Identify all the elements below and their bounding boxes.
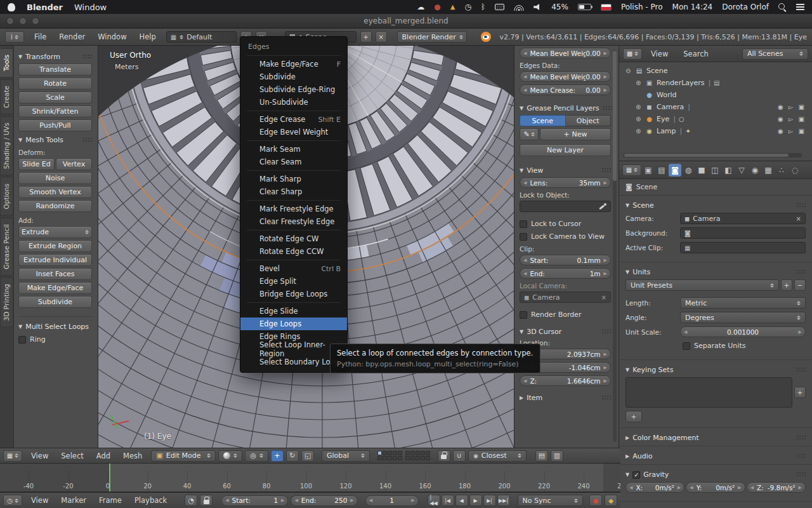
tool-button[interactable]: Randomize — [18, 200, 92, 212]
use-preview-range-button[interactable]: ◔ — [185, 495, 197, 506]
selectability-icon[interactable]: ▻ — [789, 128, 794, 135]
frame-start-field[interactable]: ◀Start:1▶ — [221, 495, 288, 506]
outliner-item-label[interactable]: Scene — [646, 67, 668, 75]
clip-end-field[interactable]: ◀End:1m▶ — [520, 268, 611, 279]
layer-cell[interactable] — [377, 451, 382, 455]
mean-crease-field[interactable]: ◀Mean Crease:0.00▶ — [520, 84, 611, 95]
properties-tab-texture[interactable]: ▦ — [762, 164, 775, 177]
battery-icon[interactable] — [578, 4, 591, 10]
layer-cell[interactable] — [416, 456, 420, 460]
expander-icon[interactable]: ⊕ — [636, 79, 645, 86]
keying-set-extra-button[interactable]: + — [625, 411, 642, 422]
outliner-row[interactable]: ⊕◉Lamp|✦◉▻▣ — [623, 125, 809, 137]
outliner-display-filter[interactable]: All Scenes — [742, 48, 808, 60]
outliner-scrollbar[interactable] — [623, 153, 802, 157]
add-keying-set-button[interactable]: + — [794, 387, 806, 398]
spotlight-search-icon[interactable] — [778, 3, 787, 11]
minimize-window-button[interactable] — [19, 17, 27, 25]
edges-menu-item[interactable]: Edge Slide — [240, 305, 347, 318]
tool-button[interactable]: Noise — [18, 172, 92, 184]
playback-button[interactable]: ▶| — [483, 495, 496, 506]
mean-bevel-weight-field[interactable]: ◀Mean Bevel Weig:0.00▶ — [520, 71, 611, 82]
keyboard-icon[interactable] — [495, 4, 504, 10]
playback-button[interactable]: |◀◀ — [428, 495, 440, 506]
layer-cell[interactable] — [393, 456, 397, 460]
selectability-icon[interactable]: ▻ — [789, 116, 794, 123]
expander-icon[interactable]: ⊕ — [636, 116, 645, 123]
edges-menu-item[interactable]: Edge Split — [240, 275, 347, 288]
unit-scale-field[interactable]: ◀0.001000▶ — [680, 326, 806, 337]
renderability-icon[interactable]: ▣ — [799, 116, 804, 123]
timeline-editor-type-button[interactable]: ◷ — [3, 495, 22, 506]
eyedropper-icon[interactable] — [598, 203, 606, 211]
apple-menu-icon[interactable] — [8, 3, 15, 11]
layer-cell[interactable] — [421, 456, 425, 460]
view-panel-header[interactable]: ▼View — [520, 166, 611, 175]
gp-new-layer-button[interactable]: New Layer — [520, 144, 611, 156]
outliner-row[interactable]: ⊕●Eye|○◉▻▣ — [623, 113, 809, 125]
bluetooth-icon[interactable]: ᛒ — [481, 3, 485, 11]
edges-menu-item[interactable]: Subdivide — [240, 70, 347, 83]
edges-menu-item[interactable]: Subdivide Edge-Ring — [240, 83, 347, 96]
input-source-label[interactable]: Polish - Pro — [621, 3, 663, 11]
lock-to-object-field[interactable] — [520, 201, 611, 212]
menu-item[interactable]: Select — [55, 450, 89, 462]
menu-item[interactable]: Help — [133, 30, 162, 43]
active-clip-selector[interactable]: ▦ — [680, 242, 806, 253]
outliner-item-label[interactable]: Camera — [657, 103, 684, 111]
snap-toggle-button[interactable]: ∪ — [453, 450, 466, 462]
layer-cell[interactable] — [410, 456, 415, 460]
layer-cell[interactable] — [388, 451, 392, 455]
screen-layout-selector[interactable]: ▦ Default — [166, 31, 237, 43]
menu-item[interactable]: Mesh — [117, 450, 148, 462]
properties-tab-physics[interactable]: ◌ — [789, 164, 801, 177]
layer-cell[interactable] — [393, 451, 397, 455]
tool-button[interactable]: Make Edge/Face — [18, 282, 92, 294]
keying-sets-list[interactable] — [625, 377, 792, 408]
ring-checkbox[interactable]: Ring — [18, 335, 92, 344]
mode-selector[interactable]: ▣ Edit Mode — [151, 450, 216, 462]
layer-cell[interactable] — [383, 456, 387, 460]
lock-to-cursor-checkbox[interactable]: Lock to Cursor — [520, 220, 611, 228]
timeline-ruler[interactable]: -40-200204060801001201401601802002202402… — [0, 464, 620, 492]
properties-tab-object[interactable]: ■ — [695, 164, 708, 177]
auto-keyframe-button[interactable]: ● — [589, 495, 602, 506]
notification-icon[interactable]: ● — [434, 3, 440, 11]
color-management-panel-header[interactable]: ▶Color Management — [625, 434, 806, 442]
outliner-item-label[interactable]: Eye — [657, 115, 669, 123]
mesh-tools-panel-header[interactable]: ▼Mesh Tools — [18, 136, 92, 144]
expander-icon[interactable]: ⊕ — [636, 128, 645, 135]
control-center-icon[interactable] — [796, 4, 804, 10]
outliner-editor-type-button[interactable]: ▩ — [623, 48, 642, 60]
background-set-selector[interactable]: ◙ — [680, 227, 806, 239]
edges-menu-item[interactable]: Mark Sharp — [240, 173, 347, 185]
menu-item[interactable]: File — [28, 30, 53, 43]
expander-icon[interactable]: ⊖ — [625, 67, 634, 74]
properties-editor-type-button[interactable]: ▦ — [622, 164, 641, 176]
menu-item[interactable]: Frame — [93, 494, 128, 507]
pivot-center-selector[interactable]: ◎ — [245, 450, 268, 462]
visibility-eye-icon[interactable]: ◉ — [778, 128, 783, 135]
layer-cell[interactable] — [426, 451, 430, 455]
properties-tab-particles[interactable]: ∴ — [775, 164, 788, 177]
scene-panel-header[interactable]: ▼Scene — [625, 201, 806, 210]
render-engine-selector[interactable]: Blender Render — [397, 31, 467, 43]
view3d-editor-type-button[interactable]: ▦ — [3, 450, 22, 462]
gravity-axis-field[interactable]: ◀Y:0m/s²▶ — [686, 482, 745, 493]
expander-icon[interactable]: ⊕ — [636, 104, 645, 110]
layer-cell[interactable] — [398, 451, 402, 455]
wifi-icon[interactable] — [514, 4, 524, 11]
edges-menu-item[interactable]: Un-Subdivide — [240, 96, 347, 109]
viewport-shading-selector[interactable] — [218, 450, 242, 462]
shelf-tab[interactable]: Tools — [0, 48, 13, 77]
item-panel-header[interactable]: ▶Item — [520, 394, 611, 402]
outliner-item-label[interactable]: World — [657, 91, 677, 99]
layer-cell[interactable] — [405, 456, 410, 460]
lock-time-button[interactable] — [200, 495, 213, 506]
properties-tab-object-data[interactable]: ▽ — [735, 164, 748, 177]
outliner-item-label[interactable]: Lamp — [657, 127, 676, 135]
sync-mode-selector[interactable]: No Sync — [518, 495, 583, 506]
properties-tab-world[interactable]: ◍ — [682, 164, 695, 177]
cursor-panel-header[interactable]: ▼3D Cursor — [520, 328, 611, 336]
transform-panel-header[interactable]: ▼Transform — [18, 53, 92, 61]
